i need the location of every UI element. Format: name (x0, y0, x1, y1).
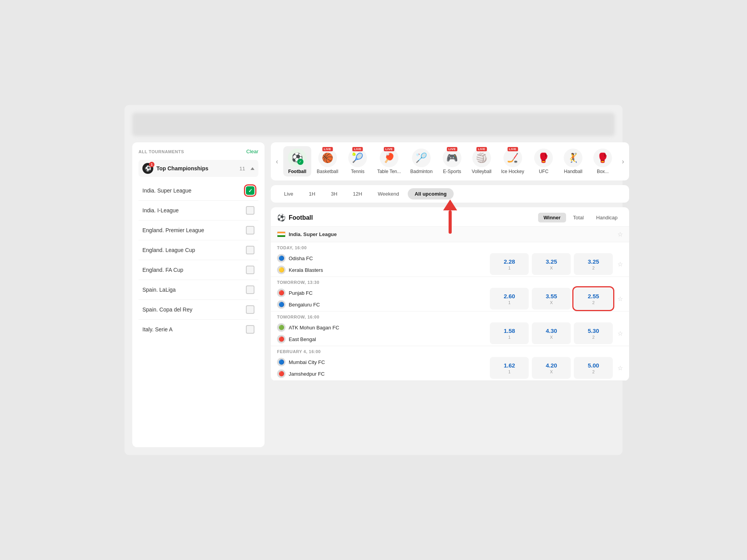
match-row: 🔴Punjab FC🔵Bengaluru FC2.6013.55X2.552☆ (271, 286, 629, 311)
odds-btn-2[interactable]: 2.552 (574, 288, 613, 310)
odds-btn-x[interactable]: 3.25X (532, 253, 571, 275)
tournament-item[interactable]: Spain. Copa del Rey (139, 300, 258, 320)
odds-tab-total[interactable]: Total (568, 213, 589, 222)
sidebar-header: ALL TOURNAMENTS Clear (139, 149, 258, 154)
matches-list: TODAY, 16:00🔵Odisha FC🟡Kerala Blasters2.… (271, 242, 629, 381)
tournament-checkbox[interactable] (246, 186, 254, 195)
tournament-item[interactable]: Spain. LaLiga (139, 280, 258, 300)
india-flag-icon (277, 231, 286, 237)
time-filter-all-upcoming[interactable]: All upcoming (408, 188, 454, 200)
nav-next-arrow[interactable]: › (617, 150, 629, 173)
odds-btn-2[interactable]: 5.002 (574, 357, 613, 379)
basketball-icon: 🏀 (322, 152, 333, 163)
time-filter-weekend[interactable]: Weekend (371, 188, 406, 200)
odds-value: 2.28 (504, 258, 515, 265)
odds-btn-x[interactable]: 4.30X (532, 322, 571, 344)
team-name: Kerala Blasters (289, 267, 323, 273)
time-filter-1h[interactable]: 1H (302, 188, 323, 200)
tournament-list: India. Super LeagueIndia. I-LeagueEnglan… (139, 181, 258, 339)
tournament-checkbox[interactable] (246, 325, 254, 334)
odds-group: 1.5814.30X5.302 (490, 322, 613, 344)
team-name: Jamshedpur FC (289, 371, 324, 377)
handball-label: Handball (564, 169, 582, 174)
odds-label: 1 (508, 300, 510, 305)
badminton-label: Badminton (410, 169, 433, 174)
basketball-label: Basketball (317, 169, 338, 174)
odds-tab-winner[interactable]: Winner (538, 213, 566, 222)
odds-btn-2[interactable]: 3.252 (574, 253, 613, 275)
odds-btn-1[interactable]: 2.281 (490, 253, 529, 275)
tournament-checkbox[interactable] (246, 246, 254, 254)
sport-item-esports[interactable]: LIVE🎮E-Sports (438, 146, 466, 177)
tournament-item[interactable]: Italy. Serie A (139, 320, 258, 339)
league-favorite-button[interactable]: ☆ (617, 231, 623, 238)
sport-item-volleyball[interactable]: LIVE🏐Volleyball (468, 146, 496, 177)
sport-item-ice-hockey[interactable]: LIVE🏒Ice Hockey (497, 146, 528, 177)
tournament-checkbox[interactable] (246, 266, 254, 274)
tournament-checkbox[interactable] (246, 226, 254, 234)
match-group: TOMORROW, 13:30🔴Punjab FC🔵Bengaluru FC2.… (271, 277, 629, 312)
tournament-item[interactable]: India. Super League (139, 181, 258, 201)
sport-item-ufc[interactable]: 🥊UFC (530, 146, 558, 177)
odds-btn-1[interactable]: 2.601 (490, 288, 529, 310)
top-championships-label: Top Championships (156, 165, 237, 172)
match-time: TOMORROW, 13:30 (271, 277, 629, 286)
tournament-checkbox[interactable] (246, 305, 254, 314)
team-row: 🔴East Bengal (277, 334, 485, 344)
time-filter-12h[interactable]: 12H (346, 188, 369, 200)
sport-item-basketball[interactable]: LIVE🏀Basketball (313, 146, 342, 177)
tournament-item[interactable]: India. I-League (139, 201, 258, 220)
match-group: TODAY, 16:00🔵Odisha FC🟡Kerala Blasters2.… (271, 242, 629, 277)
sport-item-handball[interactable]: 🤾Handball (559, 146, 587, 177)
badminton-icon-wrap: 🏸 (412, 149, 431, 167)
league-name: India. Super League (289, 231, 614, 237)
handball-icon-wrap: 🤾 (564, 149, 582, 167)
odds-btn-x[interactable]: 3.55X (532, 288, 571, 310)
top-bar (132, 113, 615, 136)
active-check: ✓ (297, 159, 303, 165)
odds-label: 2 (592, 300, 594, 305)
clear-button[interactable]: Clear (246, 149, 258, 154)
odds-value: 4.30 (546, 327, 557, 334)
team-info: 🔵Mumbai City FC🔴Jamshedpur FC (277, 357, 485, 379)
sport-item-badminton[interactable]: 🏸Badminton (407, 146, 437, 177)
top-championships-row[interactable]: 1 Top Championships 11 (139, 160, 258, 177)
match-favorite-button[interactable]: ☆ (617, 261, 623, 268)
odds-btn-2[interactable]: 5.302 (574, 322, 613, 344)
tournament-name: Spain. LaLiga (142, 287, 176, 293)
sport-item-table-tennis[interactable]: LIVE🏓Table Ten... (373, 146, 405, 177)
tournament-name: Italy. Serie A (142, 326, 173, 332)
match-favorite-button[interactable]: ☆ (617, 295, 623, 303)
tournament-checkbox[interactable] (246, 206, 254, 215)
tc-badge: 1 (149, 162, 154, 167)
football-icon: ⚽ (277, 214, 286, 222)
tournament-item[interactable]: England. Premier League (139, 220, 258, 240)
odds-btn-x[interactable]: 4.20X (532, 357, 571, 379)
odds-btn-1[interactable]: 1.621 (490, 357, 529, 379)
team-name: East Bengal (289, 336, 316, 342)
odds-btn-1[interactable]: 1.581 (490, 322, 529, 344)
tournament-item[interactable]: England. League Cup (139, 240, 258, 260)
tennis-icon-wrap: LIVE🎾 (348, 149, 367, 167)
odds-group: 2.6013.55X2.552 (490, 288, 613, 310)
sport-item-tennis[interactable]: LIVE🎾Tennis (344, 146, 372, 177)
time-filter-live[interactable]: Live (277, 188, 300, 200)
match-group: TOMORROW, 16:00🟢ATK Mohun Bagan FC🔴East … (271, 312, 629, 346)
match-time: TOMORROW, 16:00 (271, 312, 629, 321)
tournament-item[interactable]: England. FA Cup (139, 260, 258, 280)
chevron-up-icon (251, 167, 254, 170)
sport-item-football[interactable]: ⚽✓Football (283, 146, 311, 177)
tournament-checkbox[interactable] (246, 285, 254, 294)
team-info: 🔵Odisha FC🟡Kerala Blasters (277, 253, 485, 275)
odds-group: 1.6214.20X5.002 (490, 357, 613, 379)
match-time: TODAY, 16:00 (271, 242, 629, 252)
odds-tab-handicap[interactable]: Handicap (591, 213, 623, 222)
boxing-icon: 🥊 (597, 152, 608, 163)
time-filter-3h[interactable]: 3H (324, 188, 344, 200)
nav-prev-arrow[interactable]: ‹ (271, 150, 283, 173)
sport-item-boxing[interactable]: 🥊Box... (589, 146, 617, 177)
match-favorite-button[interactable]: ☆ (617, 364, 623, 372)
odds-value: 2.55 (588, 293, 599, 299)
match-favorite-button[interactable]: ☆ (617, 330, 623, 337)
team-name: Mumbai City FC (289, 359, 325, 365)
